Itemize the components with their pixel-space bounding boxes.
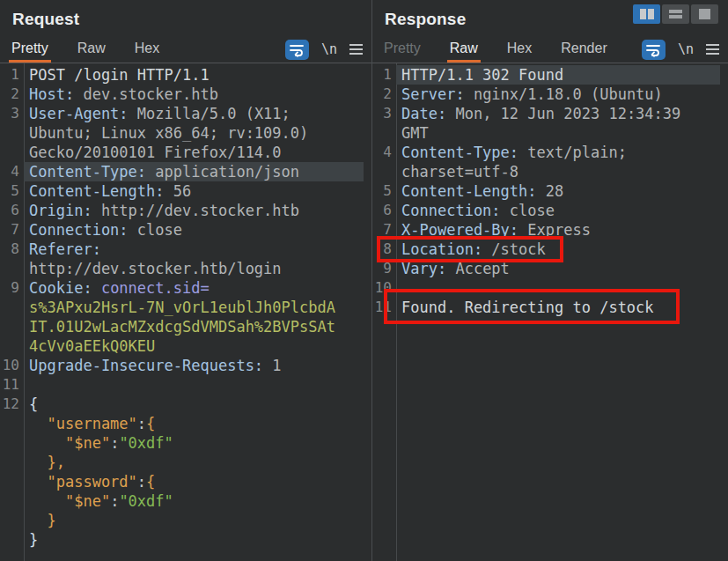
line-number bbox=[0, 298, 24, 317]
line-number bbox=[372, 162, 396, 181]
code-line: 7Connection: close bbox=[0, 220, 371, 240]
code-line: "username":{ bbox=[0, 414, 371, 433]
line-number: 9 bbox=[372, 259, 396, 278]
line-number: 1 bbox=[0, 65, 24, 85]
single-pane-icon[interactable] bbox=[691, 4, 718, 24]
line-number bbox=[0, 433, 24, 453]
code-line: 4Content-Type: text/plain; bbox=[372, 143, 728, 162]
line-number bbox=[0, 414, 24, 433]
line-number: 6 bbox=[0, 201, 24, 220]
split-rows-icon[interactable] bbox=[662, 4, 689, 24]
code-line: 2Host: dev.stocker.htb bbox=[0, 85, 371, 104]
response-title: Response bbox=[385, 10, 466, 28]
line-number: 11 bbox=[0, 375, 24, 395]
code-line: 6Origin: http://dev.stocker.htb bbox=[0, 201, 371, 220]
code-line: 10 bbox=[372, 278, 728, 298]
line-number: 5 bbox=[0, 181, 24, 201]
burp-message-editor: Request PrettyRawHex \n 1POST /login HTT… bbox=[0, 0, 728, 561]
line-number bbox=[0, 123, 24, 143]
line-number bbox=[372, 123, 396, 143]
line-number: 4 bbox=[372, 143, 396, 162]
word-wrap-icon[interactable] bbox=[642, 40, 665, 60]
line-number: 12 bbox=[0, 395, 24, 414]
response-panel: Response PrettyRawHexRender \n 1H bbox=[372, 0, 728, 561]
tab-raw[interactable]: Raw bbox=[447, 36, 481, 63]
tab-render[interactable]: Render bbox=[558, 36, 609, 63]
response-tab-icons: \n bbox=[642, 36, 719, 63]
line-number: 6 bbox=[372, 201, 396, 220]
line-number: 8 bbox=[372, 240, 396, 259]
line-number: 2 bbox=[372, 85, 396, 104]
code-line: } bbox=[0, 511, 371, 530]
line-number bbox=[0, 143, 24, 162]
tab-hex[interactable]: Hex bbox=[132, 36, 162, 63]
code-line: 3Date: Mon, 12 Jun 2023 12:34:39 bbox=[372, 104, 728, 123]
code-line: 12{ bbox=[0, 395, 371, 414]
code-line: 6Connection: close bbox=[372, 201, 728, 220]
code-line: charset=utf-8 bbox=[372, 162, 728, 181]
line-number: 7 bbox=[0, 220, 24, 240]
line-number bbox=[0, 336, 24, 356]
split-columns-icon[interactable] bbox=[633, 4, 660, 24]
tab-raw[interactable]: Raw bbox=[75, 36, 108, 63]
code-line: "$ne":"0xdf" bbox=[0, 433, 371, 453]
code-line: http://dev.stocker.htb/login bbox=[0, 259, 371, 278]
code-line: GMT bbox=[372, 123, 728, 143]
line-number: 4 bbox=[0, 162, 24, 181]
line-number: 8 bbox=[0, 240, 24, 259]
line-number bbox=[0, 317, 24, 336]
line-number: 1 bbox=[372, 65, 396, 85]
request-header: Request bbox=[0, 0, 371, 36]
tab-pretty[interactable]: Pretty bbox=[9, 36, 51, 63]
code-line: }, bbox=[0, 453, 371, 472]
line-number bbox=[0, 453, 24, 472]
tab-hex[interactable]: Hex bbox=[504, 36, 534, 63]
code-line: 10Upgrade-Insecure-Requests: 1 bbox=[0, 356, 371, 375]
code-line: 11 bbox=[0, 375, 371, 395]
request-code: 1POST /login HTTP/1.12Host: dev.stocker.… bbox=[0, 65, 371, 550]
code-line: 3User-Agent: Mozilla/5.0 (X11; bbox=[0, 104, 371, 123]
line-number bbox=[0, 491, 24, 511]
code-line: 8Location: /stock bbox=[372, 240, 728, 259]
word-wrap-icon[interactable] bbox=[285, 40, 309, 60]
code-line: 4Content-Type: application/json bbox=[0, 162, 371, 181]
code-line: 5Content-Length: 56 bbox=[0, 181, 371, 201]
code-line: 1HTTP/1.1 302 Found bbox=[372, 65, 728, 85]
code-line: "$ne":"0xdf" bbox=[0, 491, 371, 511]
layout-switcher bbox=[633, 4, 718, 24]
line-number bbox=[0, 530, 24, 550]
code-line: 4cVv0aEEkQ0KEU bbox=[0, 336, 371, 356]
line-number: 5 bbox=[372, 181, 396, 201]
newline-toggle-icon[interactable]: \n bbox=[678, 41, 694, 57]
code-line: s%3APxu2HsrL-7N_vOrL1eublJh0PlcbdA bbox=[0, 298, 371, 317]
code-line: Ubuntu; Linux x86_64; rv:109.0) bbox=[0, 123, 371, 143]
code-line: 8Referer: bbox=[0, 240, 371, 259]
line-number: 2 bbox=[0, 85, 24, 104]
code-line: IT.01U2wLacMZxdcgSdVMDSah%2BVPsSAt bbox=[0, 317, 371, 336]
line-number: 10 bbox=[372, 278, 396, 298]
request-tabs: PrettyRawHex bbox=[9, 36, 186, 63]
hamburger-menu-icon[interactable] bbox=[349, 44, 363, 55]
request-title: Request bbox=[12, 10, 79, 28]
line-number bbox=[0, 472, 24, 491]
code-line: 9Cookie: connect.sid= bbox=[0, 278, 371, 298]
code-line: Gecko/20100101 Firefox/114.0 bbox=[0, 143, 371, 162]
line-number: 7 bbox=[372, 220, 396, 240]
newline-toggle-icon[interactable]: \n bbox=[321, 41, 337, 57]
request-panel: Request PrettyRawHex \n 1POST /login HTT… bbox=[0, 0, 372, 561]
line-number: 10 bbox=[0, 356, 24, 375]
request-editor[interactable]: 1POST /login HTTP/1.12Host: dev.stocker.… bbox=[0, 63, 371, 561]
line-number: 9 bbox=[0, 278, 24, 298]
code-line: "password":{ bbox=[0, 472, 371, 491]
tab-pretty: Pretty bbox=[381, 36, 423, 63]
code-line: } bbox=[0, 530, 371, 550]
code-line: 9Vary: Accept bbox=[372, 259, 728, 278]
response-code: 1HTTP/1.1 302 Found2Server: nginx/1.18.0… bbox=[372, 65, 728, 317]
code-line: 1POST /login HTTP/1.1 bbox=[0, 65, 371, 85]
response-tabbar: PrettyRawHexRender \n bbox=[372, 36, 728, 63]
line-number: 3 bbox=[372, 104, 396, 123]
response-editor[interactable]: 1HTTP/1.1 302 Found2Server: nginx/1.18.0… bbox=[372, 63, 728, 561]
response-tabs: PrettyRawHexRender bbox=[381, 36, 634, 63]
hamburger-menu-icon[interactable] bbox=[706, 44, 719, 55]
line-number: 11 bbox=[372, 298, 396, 317]
